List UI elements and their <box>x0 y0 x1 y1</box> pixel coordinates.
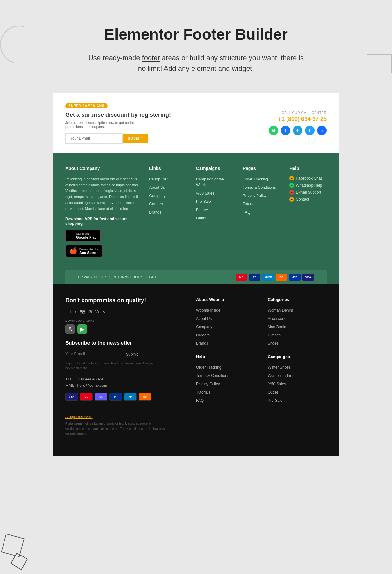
newsletter-section: Subscribe to the newsletter Submit Sign … <box>65 340 183 371</box>
google-play-big: Google Play <box>76 235 97 239</box>
mastercard-icon: MC <box>236 274 247 281</box>
whatsapp-help-link[interactable]: Whatsapp Help <box>296 183 322 188</box>
google-play-btn[interactable]: ▶ <box>77 324 87 334</box>
campaign-bakery[interactable]: Bakery <box>196 208 208 212</box>
paypal-icon: PP <box>249 274 260 281</box>
man-denim-link[interactable]: Man Denim <box>268 325 287 329</box>
newsletter-email-input[interactable] <box>65 350 123 358</box>
50-sales-link[interactable]: %50 Sales <box>268 382 286 386</box>
campaign-outlet[interactable]: Outlet <box>196 216 206 220</box>
campaign-50[interactable]: %50 Sales <box>196 191 214 195</box>
about-wooma-list: Wooma Inside About Us Company Careers Br… <box>196 307 255 346</box>
list-item: %50 Sales <box>268 381 327 386</box>
list-item: Privacy Policy <box>196 381 255 386</box>
google-play-icon: ▶ <box>69 232 74 239</box>
about-us-link[interactable]: About Us <box>196 316 212 321</box>
facebook-chat-link[interactable]: Facebook Chat <box>296 176 322 180</box>
footer-top-section: SUPER CAMPAIGNS Get a surprise discount … <box>53 93 339 153</box>
email-support-link[interactable]: E-mail Support <box>296 190 321 195</box>
list-item: About Us <box>196 315 255 321</box>
page-terms[interactable]: Terms & Conditions <box>243 185 276 190</box>
brands-link[interactable]: Brands <box>196 341 208 346</box>
contact-link[interactable]: Contact <box>296 197 309 202</box>
page-faq[interactable]: FAQ <box>243 210 250 215</box>
whatsapp-social-icon[interactable]: W <box>95 309 99 314</box>
black-help-list: Order Tracking Terms & Conditions Privac… <box>196 364 255 403</box>
list-item: Company <box>149 193 186 198</box>
list-item: Outlet <box>268 389 327 395</box>
contact-info: TEL : 0980 444 45 456 MAIL : hello@demo.… <box>65 377 183 388</box>
returns-policy-link[interactable]: RETURNS POLICY <box>113 276 143 279</box>
twitter-icon[interactable]: t <box>305 126 315 135</box>
sep2: › <box>146 276 147 279</box>
link-careers[interactable]: Careers <box>149 202 163 206</box>
link-crisop[interactable]: Crisop INC <box>149 177 168 181</box>
footer-black-top-grid: Don't compromise on quality! f t ♪ 📷 ✉ W… <box>65 297 327 437</box>
shoes-link[interactable]: Shoes <box>268 341 279 346</box>
whatsapp-icon[interactable]: 🕿 <box>269 126 278 135</box>
list-item: Order Tracking <box>196 364 255 370</box>
women-tshirts-link[interactable]: Women T-shirts <box>268 373 294 378</box>
winter-shoes-link[interactable]: Winter Shoes <box>268 365 291 370</box>
link-company[interactable]: Company <box>149 194 165 198</box>
outlet-link[interactable]: Outlet <box>268 390 278 394</box>
tiktok-social-icon[interactable]: ♪ <box>74 309 76 314</box>
help-contact: ● Contact <box>289 197 327 202</box>
submit-button[interactable]: SUBMIT <box>123 134 148 143</box>
whatsapp-help-icon: ● <box>289 183 294 188</box>
google-play-button[interactable]: ▶ GET IT ON Google Play <box>65 230 101 242</box>
faq-link2[interactable]: FAQ <box>196 398 204 403</box>
facebook-icon[interactable]: f <box>281 126 290 135</box>
wooma-inside-link[interactable]: Wooma Inside <box>196 308 220 313</box>
apple-icon: 🍎 <box>69 247 77 255</box>
content-wrapper: SUPER CAMPAIGNS Get a surprise discount … <box>53 93 339 456</box>
order-tracking-link[interactable]: Order Tracking <box>196 365 221 370</box>
campaign-presale[interactable]: Pre-Sale <box>196 199 211 204</box>
link-brands[interactable]: Brands <box>149 210 161 215</box>
newsletter-submit-btn[interactable]: Submit <box>126 352 138 357</box>
privacy-policy-link2[interactable]: Privacy Policy <box>196 382 220 386</box>
careers-link[interactable]: Careers <box>196 333 210 337</box>
privacy-policy-link[interactable]: PRIVACY POLICY <box>78 276 106 279</box>
list-item: Accessories <box>268 315 327 321</box>
apple-store-btn[interactable]: A <box>65 324 75 334</box>
list-item: Man Denim <box>268 324 327 329</box>
behance-icon[interactable]: B <box>317 126 327 135</box>
vk-social-icon[interactable]: V <box>103 309 105 314</box>
terms-conditions-link[interactable]: Terms & Conditions <box>196 373 229 378</box>
page-order[interactable]: Order Tracking <box>243 177 268 181</box>
page-tutorials[interactable]: Tutorials <box>243 202 258 206</box>
all-rights-link[interactable]: All right reserved. <box>65 415 93 419</box>
page-privacy[interactable]: Privacy Policy <box>243 194 267 198</box>
email-input[interactable] <box>65 133 123 144</box>
woman-denim-link[interactable]: Woman Denim <box>268 308 293 313</box>
faq-link[interactable]: FAQ <box>149 276 156 279</box>
facebook-chat-icon: ● <box>289 176 294 180</box>
campaigns-list: Campaign of the Week %50 Sales Pre-Sale … <box>196 176 233 221</box>
hero-description: Use ready-made footer areas or build any… <box>84 53 308 74</box>
sep1: › <box>109 276 110 279</box>
footer-black-mid-col: About Wooma Wooma Inside About Us Compan… <box>196 297 255 437</box>
jcb-icon: JCB <box>289 274 301 281</box>
mail-social-icon[interactable]: ✉ <box>88 309 92 314</box>
black-help-title: Help <box>196 354 255 359</box>
accessories-link[interactable]: Accessories <box>268 316 288 321</box>
footer-disclaimer: Porta lorem mollis aliquam ut porttitor … <box>65 421 167 437</box>
company-link[interactable]: Company <box>196 325 212 329</box>
list-item: Tutorials <box>196 389 255 395</box>
fb-social-icon[interactable]: f <box>65 309 67 314</box>
clothes-link[interactable]: Clothes <box>268 333 281 337</box>
instagram-social-icon[interactable]: 📷 <box>80 309 85 314</box>
black-stripe-card: SK <box>95 393 107 401</box>
tutorials-link[interactable]: Tutorials <box>196 390 211 394</box>
payment-cards-row: MC PP AMEX DC JCB VISA <box>236 274 314 281</box>
telegram-icon[interactable]: ✈ <box>293 126 302 135</box>
campaign-week[interactable]: Campaign of the Week <box>196 177 224 187</box>
amex-icon: AMEX <box>262 274 274 281</box>
twitter-social-icon[interactable]: t <box>70 309 71 314</box>
list-item: Terms & Conditions <box>196 372 255 378</box>
app-store-button[interactable]: 🍎 Download on the App Store <box>65 245 103 257</box>
link-about[interactable]: About Us <box>149 185 165 190</box>
pre-sale-link[interactable]: Pre-Sale <box>268 398 283 403</box>
footer-policies: PRIVACY POLICY › RETURNS POLICY › FAQ <box>78 276 156 279</box>
